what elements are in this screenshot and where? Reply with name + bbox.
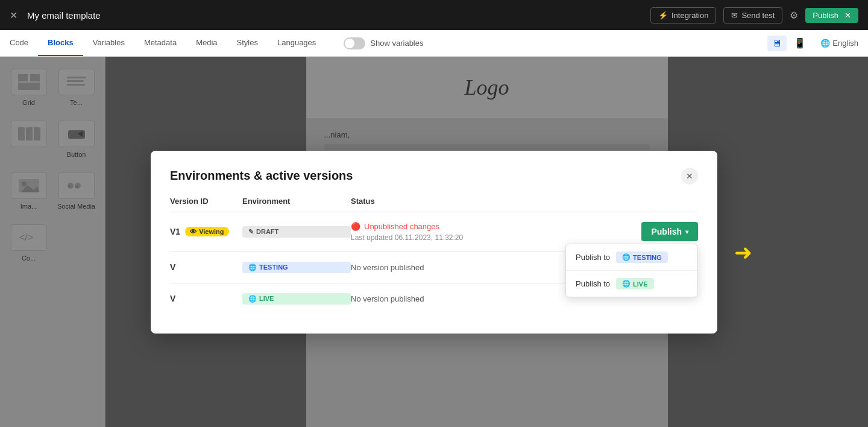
app-title: My email template (27, 10, 643, 21)
version-id-v1: V1 👁 Viewing (170, 227, 242, 236)
modal-close-button[interactable]: ✕ (681, 168, 698, 185)
main-content: Grid Te... (0, 57, 868, 427)
integration-icon: ⚡ (658, 11, 668, 20)
tab-code[interactable]: Code (0, 30, 38, 56)
device-icons: 🖥 📱 (767, 35, 811, 51)
mobile-icon[interactable]: 📱 (789, 35, 811, 51)
col-header-version: Version ID (170, 197, 242, 206)
sub-toolbar: Code Blocks Variables Metadata Media Sty… (0, 30, 868, 57)
status-cell: No version published (351, 263, 577, 272)
modal-dialog: Environments & active versions ✕ Version… (151, 151, 717, 334)
desktop-icon[interactable]: 🖥 (767, 36, 787, 51)
error-icon: 🔴 (351, 222, 360, 231)
tab-styles[interactable]: Styles (227, 30, 268, 56)
publish-dropdown: Publish to 🌐 TESTING Publish to 🌐 LIVE (565, 244, 698, 297)
status-main: 🔴 Unpublished changes (351, 222, 439, 231)
language-selector[interactable]: 🌐 English (820, 39, 858, 48)
eye-icon: 👁 (190, 228, 197, 235)
send-icon: ✉ (731, 11, 738, 20)
tab-languages[interactable]: Languages (268, 30, 326, 56)
tab-media[interactable]: Media (186, 30, 227, 56)
show-variables-toggle: Show variables (344, 37, 423, 49)
globe-icon: 🌐 (820, 39, 830, 48)
table-header: Version ID Environment Status (170, 197, 698, 212)
environment-testing: 🌐 TESTING (242, 262, 351, 273)
live-badge: 🌐 LIVE (242, 293, 351, 305)
globe-icon: 🌐 (248, 264, 257, 271)
publish-to-live[interactable]: Publish to 🌐 LIVE (566, 271, 697, 297)
version-id-v2: V (170, 262, 242, 272)
globe-icon: 🌐 (622, 253, 631, 261)
testing-badge: 🌐 TESTING (616, 251, 668, 263)
col-header-environment: Environment (242, 197, 351, 206)
status-cell: No version published (351, 294, 577, 303)
live-badge: 🌐 LIVE (616, 278, 653, 289)
header: ✕ My email template ⚡ Integration ✉ Send… (0, 0, 868, 30)
tab-blocks[interactable]: Blocks (38, 30, 83, 56)
settings-icon[interactable]: ⚙ (790, 10, 798, 21)
publish-button[interactable]: Publish ▾ (641, 222, 698, 241)
environment-draft: ✎ DRAFT (242, 226, 351, 238)
viewing-badge: 👁 Viewing (185, 227, 228, 236)
tab-metadata[interactable]: Metadata (134, 30, 186, 56)
integration-button[interactable]: ⚡ Integration (650, 7, 716, 24)
globe-icon: 🌐 (622, 280, 631, 288)
environment-live: 🌐 LIVE (242, 293, 351, 305)
close-icon[interactable]: ✕ (10, 10, 17, 21)
tab-variables[interactable]: Variables (83, 30, 134, 56)
publish-btn-wrapper: Publish ▾ Publish to 🌐 TESTING (577, 222, 698, 241)
globe-icon: 🌐 (248, 295, 257, 303)
col-header-status: Status (351, 197, 577, 206)
col-header-action (577, 197, 698, 206)
version-id-v3: V (170, 294, 242, 303)
pencil-icon: ✎ (248, 228, 254, 236)
publish-to-testing[interactable]: Publish to 🌐 TESTING (566, 244, 697, 271)
status-cell: 🔴 Unpublished changes Last updated 06.11… (351, 222, 577, 242)
modal-title: Environments & active versions (170, 169, 353, 183)
modal-header: Environments & active versions ✕ (170, 168, 698, 185)
send-test-button[interactable]: ✉ Send test (723, 7, 782, 24)
chevron-down-icon: ▾ (685, 229, 688, 235)
show-variables-switch[interactable] (344, 37, 365, 49)
close-icon: ✕ (844, 11, 851, 20)
status-timestamp: Last updated 06.11.2023, 11:32:20 (351, 233, 463, 242)
modal-overlay: Environments & active versions ✕ Version… (0, 57, 868, 427)
draft-badge: ✎ DRAFT (242, 226, 351, 238)
testing-badge: 🌐 TESTING (242, 262, 351, 273)
arrow-indicator: ➜ (734, 240, 752, 265)
table-row: V1 👁 Viewing ✎ DRAFT 🔴 Unpublished (170, 212, 698, 252)
header-publish-button[interactable]: Publish ✕ (805, 8, 858, 23)
